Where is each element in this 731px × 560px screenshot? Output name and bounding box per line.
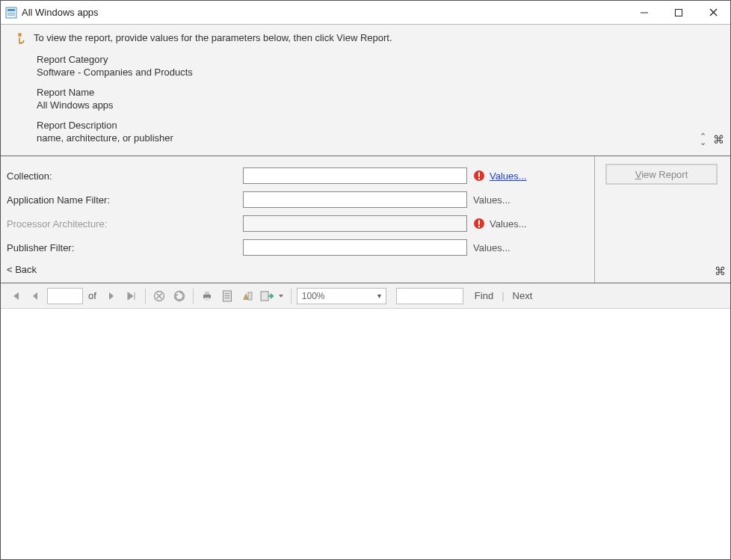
- toolbar-separator: |: [502, 290, 504, 301]
- find-next-button[interactable]: Next: [513, 290, 533, 301]
- parameters-list: Collection:Values...Application Name Fil…: [1, 156, 594, 283]
- last-page-button[interactable]: [123, 288, 140, 304]
- report-name-value: All Windows apps: [37, 99, 718, 111]
- minimize-button[interactable]: [627, 1, 661, 24]
- param-label: Collection:: [7, 170, 243, 182]
- param-row: Application Name Filter:Values...: [7, 188, 594, 212]
- svg-rect-26: [248, 292, 252, 300]
- back-link[interactable]: < Back: [7, 264, 594, 275]
- param-actions: Values...: [473, 194, 511, 206]
- svg-rect-14: [478, 226, 480, 227]
- info-icon: [16, 33, 28, 45]
- svg-rect-20: [205, 292, 209, 295]
- find-input[interactable]: [396, 288, 463, 304]
- param-label: Publisher Filter:: [7, 242, 243, 253]
- info-panel: To view the report, provide values for t…: [1, 25, 730, 156]
- instruction-text: To view the report, provide values for t…: [34, 32, 392, 43]
- export-dropdown-caret[interactable]: [277, 288, 286, 304]
- maximize-button[interactable]: [661, 1, 696, 24]
- svg-rect-1: [7, 9, 15, 11]
- values-link[interactable]: Values...: [473, 194, 511, 206]
- report-category-label: Report Category: [37, 54, 718, 65]
- svg-rect-23: [224, 293, 229, 294]
- warning-icon: [473, 218, 485, 230]
- export-button[interactable]: [259, 288, 276, 304]
- param-input[interactable]: [243, 191, 467, 208]
- panel-ornament-icon: ⌘: [715, 265, 726, 278]
- prev-page-button[interactable]: [27, 288, 43, 304]
- svg-rect-11: [478, 178, 480, 179]
- svg-rect-24: [224, 295, 229, 296]
- svg-rect-13: [478, 221, 480, 225]
- close-button[interactable]: [696, 1, 730, 24]
- toolbar-separator: [145, 289, 146, 304]
- param-actions: Values...: [473, 170, 527, 182]
- stop-button[interactable]: [151, 288, 167, 304]
- warning-icon: [473, 170, 485, 182]
- report-category-value: Software - Companies and Products: [37, 67, 718, 78]
- view-report-button[interactable]: View Report: [605, 164, 718, 185]
- panel-ornament-icon: ⌘: [713, 133, 724, 147]
- svg-rect-27: [261, 292, 268, 301]
- toolbar-separator: [193, 289, 194, 304]
- chevron-down-icon: ⌄: [700, 139, 706, 145]
- report-name-label: Report Name: [37, 87, 718, 98]
- svg-rect-25: [224, 298, 229, 298]
- report-desc-label: Report Description: [37, 120, 718, 131]
- svg-rect-2: [7, 13, 15, 13]
- param-actions: Values...: [473, 218, 527, 230]
- values-link[interactable]: Values...: [490, 218, 527, 230]
- first-page-button[interactable]: [7, 288, 23, 304]
- param-actions: Values...: [473, 242, 511, 253]
- titlebar: All Windows apps: [1, 1, 730, 25]
- toolbar-separator: [291, 289, 292, 304]
- view-report-label-rest: iew Report: [641, 169, 688, 180]
- param-input: [243, 215, 467, 232]
- next-page-button[interactable]: [103, 288, 120, 304]
- view-report-panel: View Report ⌘: [594, 156, 730, 283]
- svg-rect-5: [676, 9, 682, 16]
- refresh-button[interactable]: [171, 288, 188, 304]
- page-number-input[interactable]: [47, 288, 83, 304]
- values-link[interactable]: Values...: [473, 242, 511, 253]
- print-layout-button[interactable]: [219, 288, 235, 304]
- svg-rect-10: [478, 173, 480, 177]
- svg-rect-8: [19, 34, 21, 36]
- page-of-label: of: [88, 290, 96, 301]
- window-title: All Windows apps: [22, 7, 627, 18]
- parameters-panel: Collection:Values...Application Name Fil…: [1, 156, 730, 283]
- report-viewer-body: [1, 309, 730, 533]
- param-row: Publisher Filter:Values...: [7, 236, 594, 259]
- print-button[interactable]: [199, 288, 215, 304]
- param-label: Application Name Filter:: [7, 194, 243, 206]
- svg-rect-21: [205, 298, 209, 301]
- values-link[interactable]: Values...: [490, 170, 527, 182]
- find-button[interactable]: Find: [475, 290, 493, 301]
- param-row: Collection:Values...: [7, 164, 594, 188]
- report-viewer-toolbar: of 100% ▾ Find | Next: [1, 283, 730, 309]
- window-controls: [627, 1, 730, 24]
- app-icon: [5, 7, 17, 19]
- report-desc-value: name, architecture, or publisher: [37, 132, 718, 144]
- param-input[interactable]: [243, 167, 467, 184]
- chevron-down-icon: ▾: [377, 292, 381, 300]
- zoom-value: 100%: [302, 291, 325, 301]
- svg-rect-3: [7, 14, 15, 15]
- param-input[interactable]: [243, 239, 467, 256]
- param-label: Processor Architecture:: [7, 218, 243, 230]
- collapse-expand-arrows[interactable]: ⌃ ⌄: [700, 133, 706, 145]
- param-row: Processor Architecture:Values...: [7, 212, 594, 236]
- zoom-select[interactable]: 100% ▾: [297, 288, 386, 304]
- page-setup-button[interactable]: [239, 288, 256, 304]
